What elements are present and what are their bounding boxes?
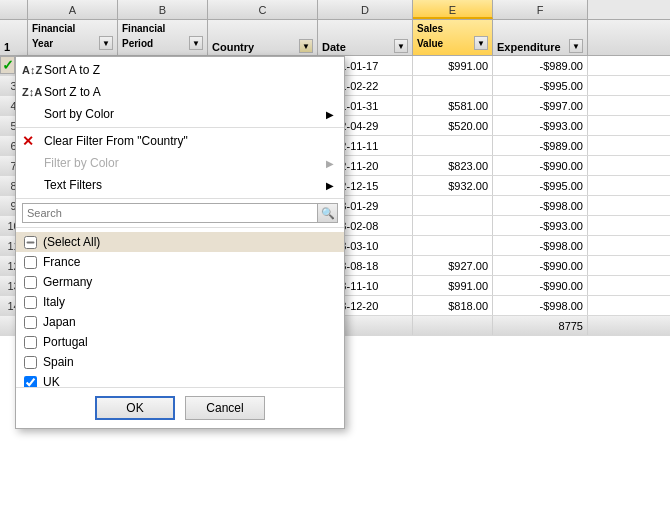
cell-e: $991.00: [413, 276, 493, 295]
checkbox-input[interactable]: [24, 256, 37, 269]
clear-filter-item[interactable]: ✕ Clear Filter From "Country": [16, 130, 344, 152]
checkbox-label: Germany: [43, 275, 92, 289]
spreadsheet: A B C D E F 1 Financial Year ▼ Financial…: [0, 0, 670, 525]
col-header-d: D: [318, 0, 413, 19]
cell-f: -$990.00: [493, 156, 588, 175]
col-header-rownum: [0, 0, 28, 19]
filter-btn-a[interactable]: ▼: [99, 36, 113, 50]
cell-f: -$995.00: [493, 176, 588, 195]
sort-az-icon: A↕Z: [22, 64, 42, 76]
checkbox-input[interactable]: [24, 236, 37, 249]
cell-f: -$990.00: [493, 276, 588, 295]
col-header-e: E: [413, 0, 493, 19]
checkbox-input[interactable]: [24, 356, 37, 369]
header-e-bottom: Value ▼: [417, 36, 488, 50]
sort-za-icon: Z↕A: [22, 86, 42, 98]
clear-filter-icon: ✕: [22, 133, 34, 149]
checkbox-label: Japan: [43, 315, 76, 329]
filter-btn-d[interactable]: ▼: [394, 39, 408, 53]
search-box: 🔍: [16, 199, 344, 228]
checkbox-input[interactable]: [24, 376, 37, 389]
checkbox-item[interactable]: Japan: [16, 312, 344, 332]
cell-e: $991.00: [413, 56, 493, 75]
header-financial-period: Financial Period ▼: [118, 20, 208, 55]
sort-by-color-label: Sort by Color: [44, 107, 114, 121]
data-header-row: 1 Financial Year ▼ Financial Period ▼ Co…: [0, 20, 670, 56]
checkmark-indicator: ✓: [0, 56, 15, 74]
filter-btn-f[interactable]: ▼: [569, 39, 583, 53]
checkbox-item[interactable]: Portugal: [16, 332, 344, 352]
header-b-bottom: Period ▼: [122, 36, 203, 50]
sort-az-item[interactable]: A↕Z Sort A to Z: [16, 59, 344, 81]
cell-e: [413, 236, 493, 255]
header-financial-year: Financial Year ▼: [28, 20, 118, 55]
checkbox-item[interactable]: Spain: [16, 352, 344, 372]
col-header-b: B: [118, 0, 208, 19]
checkbox-label: Spain: [43, 355, 74, 369]
checkbox-label: France: [43, 255, 80, 269]
bottom-e: [413, 316, 493, 335]
checkmark-symbol: ✓: [2, 57, 14, 73]
col-header-c: C: [208, 0, 318, 19]
checkbox-label: UK: [43, 375, 60, 388]
cell-e: $520.00: [413, 116, 493, 135]
cell-f: -$998.00: [493, 236, 588, 255]
header-a-bottom: Year ▼: [32, 36, 113, 50]
filter-dropdown: A↕Z Sort A to Z Z↕A Sort Z to A Sort by …: [15, 56, 345, 429]
search-input[interactable]: [22, 203, 318, 223]
cell-f: -$993.00: [493, 216, 588, 235]
cancel-button[interactable]: Cancel: [185, 396, 265, 420]
checkbox-item[interactable]: France: [16, 252, 344, 272]
checkbox-input[interactable]: [24, 316, 37, 329]
text-filters-label: Text Filters: [44, 178, 102, 192]
cell-e: $581.00: [413, 96, 493, 115]
search-icon-btn[interactable]: 🔍: [318, 203, 338, 223]
header-country: Country ▼: [208, 20, 318, 55]
filter-by-color-item: Filter by Color ▶: [16, 152, 344, 174]
col-header-f: F: [493, 0, 588, 19]
filter-btn-c[interactable]: ▼: [299, 39, 313, 53]
cell-f: -$990.00: [493, 256, 588, 275]
ok-button[interactable]: OK: [95, 396, 175, 420]
cell-e: $932.00: [413, 176, 493, 195]
header-e-top: Sales: [417, 22, 443, 36]
clear-section: ✕ Clear Filter From "Country" Filter by …: [16, 128, 344, 199]
sort-by-color-arrow: ▶: [326, 109, 334, 120]
text-filters-item[interactable]: Text Filters ▶: [16, 174, 344, 196]
checkbox-item[interactable]: (Select All): [16, 232, 344, 252]
checkbox-label: Italy: [43, 295, 65, 309]
cell-f: -$997.00: [493, 96, 588, 115]
header-expenditure: Expenditure ▼: [493, 20, 588, 55]
checkbox-input[interactable]: [24, 276, 37, 289]
sort-section: A↕Z Sort A to Z Z↕A Sort Z to A Sort by …: [16, 57, 344, 128]
checkbox-item[interactable]: Germany: [16, 272, 344, 292]
cell-f: -$989.00: [493, 56, 588, 75]
cell-f: -$998.00: [493, 196, 588, 215]
bottom-f: 8775: [493, 316, 588, 335]
checkbox-item[interactable]: UK: [16, 372, 344, 388]
checkbox-label: Portugal: [43, 335, 88, 349]
header-c-label: Country: [212, 41, 254, 53]
sort-by-color-item[interactable]: Sort by Color ▶: [16, 103, 344, 125]
sort-za-item[interactable]: Z↕A Sort Z to A: [16, 81, 344, 103]
header-sales-value: Sales Value ▼: [413, 20, 493, 55]
header-d-label: Date: [322, 41, 346, 53]
checkbox-list: (Select All)FranceGermanyItalyJapanPortu…: [16, 228, 344, 388]
filter-btn-b[interactable]: ▼: [189, 36, 203, 50]
header-date: Date ▼: [318, 20, 413, 55]
checkbox-label: (Select All): [43, 235, 100, 249]
cell-f: -$995.00: [493, 76, 588, 95]
checkbox-input[interactable]: [24, 296, 37, 309]
sort-za-label: Sort Z to A: [44, 85, 101, 99]
column-headers: A B C D E F: [0, 0, 670, 20]
cell-e: $927.00: [413, 256, 493, 275]
header-f-label: Expenditure: [497, 41, 561, 53]
cell-e: [413, 76, 493, 95]
col-header-a: A: [28, 0, 118, 19]
filter-btn-e[interactable]: ▼: [474, 36, 488, 50]
checkbox-input[interactable]: [24, 336, 37, 349]
cell-f: -$989.00: [493, 136, 588, 155]
row-number-1: 1: [4, 41, 10, 53]
cell-e: $818.00: [413, 296, 493, 315]
checkbox-item[interactable]: Italy: [16, 292, 344, 312]
